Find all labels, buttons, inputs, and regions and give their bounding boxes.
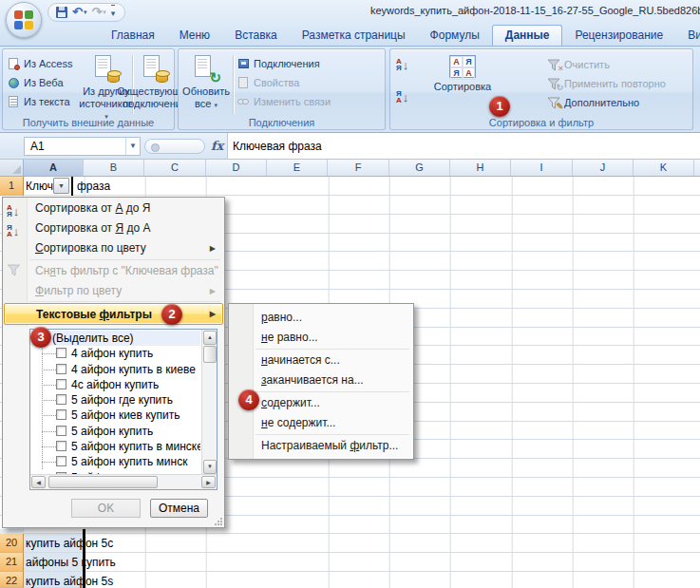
tab-vstavka[interactable]: Вставка <box>222 26 290 46</box>
submenu-item-not-equals[interactable]: не равно... <box>231 328 411 348</box>
cell-a22[interactable]: купить айфон 5s <box>26 572 113 588</box>
undo-button[interactable]: ↶▾ <box>72 5 86 20</box>
sort-dialog-button[interactable]: АЯ ЯА Сортировка <box>425 55 501 93</box>
advanced-filter-button[interactable]: ✎ Дополнительно <box>547 95 639 110</box>
list-item[interactable]: 5 айфон купить в минске <box>31 439 200 454</box>
menu-item-text-filters[interactable]: Текстовые фильтры ▶ <box>4 303 223 325</box>
formula-input[interactable]: Ключевая фраза <box>227 133 700 159</box>
col-header-g[interactable]: G <box>389 160 450 176</box>
list-item[interactable]: 5 айфон купить минск <box>31 454 200 469</box>
from-text-button[interactable]: Из текста <box>8 94 70 109</box>
save-button[interactable] <box>56 7 67 18</box>
col-header-k[interactable]: K <box>634 160 694 176</box>
tab-dannye[interactable]: Данные <box>492 25 563 46</box>
cell-a20[interactable]: купить айфон 5с <box>26 534 113 553</box>
col-header-j[interactable]: J <box>573 160 634 176</box>
submenu-item-custom-filter[interactable]: Настраиваемый фильтр... <box>231 436 411 456</box>
from-access-button[interactable]: Из Access <box>8 56 72 71</box>
col-header-f[interactable]: F <box>328 160 389 176</box>
properties-icon <box>237 77 250 89</box>
col-header-a[interactable]: A <box>24 160 84 176</box>
col-header-e[interactable]: E <box>267 160 328 176</box>
checkbox-icon[interactable] <box>56 394 66 405</box>
sort-desc-button[interactable]: ЯА ↓ <box>396 89 415 104</box>
tab-menyu[interactable]: Меню <box>167 26 222 46</box>
excel-window: ↶▾ ↷▾ ▾ keywords_купить_айфон-2018-11-15… <box>0 0 700 588</box>
from-web-button[interactable]: Из Веба <box>8 75 64 90</box>
row-header-1[interactable]: 1 <box>0 177 24 196</box>
checkbox-icon[interactable] <box>56 379 66 389</box>
tab-vid[interactable]: Вид <box>675 26 700 46</box>
tab-retsenzirovanie[interactable]: Рецензирование <box>562 26 675 46</box>
row-header-22[interactable]: 22 <box>0 572 24 588</box>
reapply-filter-button[interactable]: ↻ Применить повторно <box>547 76 666 91</box>
col-header-h[interactable]: H <box>450 160 511 176</box>
horizontal-scroll-thumb[interactable] <box>48 476 158 488</box>
qat-customize-button[interactable]: ▾ <box>111 5 116 21</box>
col-header-i[interactable]: I <box>511 160 573 176</box>
autofilter-dropdown-button[interactable]: ▼ <box>53 178 69 194</box>
save-icon <box>56 7 67 18</box>
col-header-c[interactable]: C <box>144 160 206 176</box>
tab-razmetka[interactable]: Разметка страницы <box>290 26 418 46</box>
clear-filter-icon: × <box>547 59 560 71</box>
scroll-right-icon[interactable]: ▶ <box>201 476 216 488</box>
existing-connections-button[interactable]: Существующие подключения <box>134 55 176 109</box>
sort-asc-button[interactable]: АЯ ↓ <box>396 57 415 72</box>
properties-button[interactable]: Свойства <box>237 75 299 90</box>
submenu-item-ends-with[interactable]: заканчивается на... <box>231 370 411 390</box>
submenu-item-equals[interactable]: равно... <box>231 308 411 328</box>
connections-button[interactable]: Подключения <box>237 56 320 71</box>
cancel-button[interactable]: Отмена <box>150 499 208 518</box>
name-box[interactable]: A1 ▼ <box>24 137 141 156</box>
cell-a1-overflow-text[interactable]: фраза <box>77 177 110 196</box>
clear-filter-button[interactable]: × Очистить <box>547 57 610 72</box>
checkbox-icon[interactable] <box>56 409 66 420</box>
refresh-all-button[interactable]: ↻ Обновить все ▾ <box>182 55 230 109</box>
cell-a21[interactable]: айфоны 5 купить <box>26 553 116 572</box>
list-item[interactable]: 5 айфон киев купить <box>31 408 200 423</box>
checkbox-icon[interactable] <box>56 348 66 358</box>
list-item[interactable]: 4с айфон купить <box>31 377 200 392</box>
list-item[interactable]: 4 айфон купить <box>31 346 200 361</box>
checkbox-icon[interactable] <box>56 426 66 436</box>
ok-button[interactable]: OK <box>71 499 141 518</box>
checkbox-icon[interactable] <box>56 441 66 451</box>
office-button[interactable] <box>6 2 42 38</box>
checkbox-icon[interactable] <box>56 456 66 466</box>
scroll-down-icon[interactable]: ▼ <box>203 460 217 474</box>
scroll-up-icon[interactable]: ▲ <box>203 331 217 345</box>
menu-item-filter-by-color[interactable]: Фильтр по цвету ▶ <box>5 281 222 301</box>
list-item[interactable]: 4 айфон купить в киеве <box>31 362 200 377</box>
col-header-d[interactable]: D <box>206 160 267 176</box>
vertical-scrollbar[interactable]: ▲ ▼ <box>201 330 217 475</box>
tab-formuly[interactable]: Формулы <box>418 26 492 46</box>
formula-bar-splitter[interactable] <box>144 139 205 154</box>
select-all-corner[interactable] <box>0 160 24 176</box>
tab-glavnaya[interactable]: Главная <box>99 26 167 46</box>
menu-item-sort-az[interactable]: Сортировка от А до Я <box>5 199 222 218</box>
existing-connections-icon <box>141 55 169 84</box>
list-item[interactable]: 5 айфон купить <box>31 424 200 439</box>
redo-button[interactable]: ↷▾ <box>91 5 105 20</box>
list-item[interactable]: 5 айфон где купить <box>31 392 200 408</box>
scroll-left-icon[interactable]: ◀ <box>31 476 46 488</box>
col-header-b[interactable]: B <box>84 160 144 176</box>
resize-grip[interactable] <box>214 517 223 526</box>
submenu-item-not-contains[interactable]: не содержит... <box>231 413 411 433</box>
selection-border <box>71 177 73 196</box>
menu-item-sort-za[interactable]: Сортировка от Я до А <box>5 218 222 238</box>
row-header-21[interactable]: 21 <box>0 553 24 572</box>
submenu-item-begins-with[interactable]: начинается с... <box>231 351 411 370</box>
vertical-scroll-thumb[interactable] <box>203 346 217 363</box>
row-header-20[interactable]: 20 <box>0 534 24 553</box>
edit-links-button[interactable]: Изменить связи <box>237 94 331 109</box>
list-item-select-all[interactable]: (Выделить все) <box>31 331 200 346</box>
menu-item-sort-by-color[interactable]: Сортировка по цвету ▶ <box>5 238 222 258</box>
insert-function-button[interactable]: fx <box>211 139 223 153</box>
menu-item-clear-filter[interactable]: Снять фильтр с "Ключевая фраза" <box>5 261 222 281</box>
horizontal-scrollbar[interactable]: ◀ ▶ <box>30 474 217 489</box>
checkbox-icon[interactable] <box>56 364 66 374</box>
group-label-external: Получить внешние данные <box>3 117 174 128</box>
name-box-caret-icon[interactable]: ▼ <box>125 138 140 155</box>
